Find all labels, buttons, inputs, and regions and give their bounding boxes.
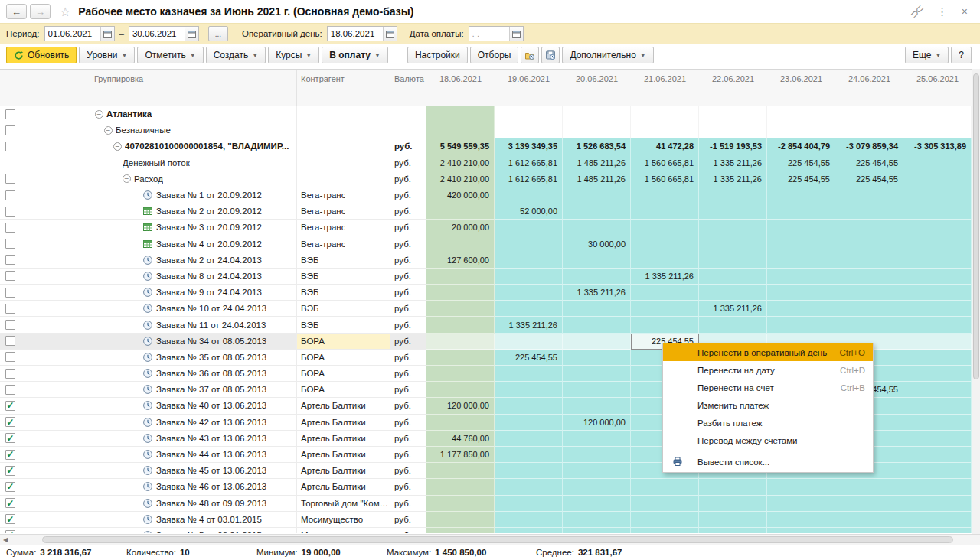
disk-clock-button[interactable] — [541, 47, 560, 63]
checkbox-unchecked[interactable] — [5, 320, 15, 330]
forward-button[interactable]: → — [30, 4, 51, 19]
amount-cell[interactable] — [631, 512, 699, 528]
amount-cell[interactable] — [495, 334, 563, 350]
amount-cell[interactable] — [426, 301, 495, 317]
group-cell[interactable]: −40702810100000001854, "ВЛАДИМИР... — [90, 138, 297, 155]
amount-cell[interactable] — [495, 528, 563, 533]
group-cell[interactable]: Заявка № 2 от 20.09.2012 — [90, 203, 297, 220]
checkbox-unchecked[interactable] — [5, 369, 15, 379]
header-group[interactable]: Группировка — [90, 70, 297, 106]
toolbar-button-отметить[interactable]: Отметить▼ — [137, 47, 203, 63]
amount-cell[interactable] — [426, 106, 495, 122]
amount-cell[interactable] — [426, 479, 495, 495]
counterparty-cell[interactable]: БОРА — [297, 334, 390, 350]
get-link-icon[interactable]: ⊃⊂ — [908, 3, 925, 20]
amount-cell[interactable] — [699, 236, 767, 252]
checkbox-unchecked[interactable] — [5, 385, 15, 395]
amount-cell[interactable] — [699, 106, 767, 122]
group-cell[interactable]: Денежный поток — [90, 155, 297, 171]
amount-cell[interactable] — [767, 220, 835, 236]
toolbar-button-уровни[interactable]: Уровни▼ — [79, 47, 135, 63]
amount-cell[interactable] — [903, 382, 972, 398]
amount-cell[interactable] — [767, 512, 835, 528]
amount-cell[interactable] — [426, 203, 495, 220]
amount-cell[interactable] — [631, 317, 699, 333]
amount-cell[interactable] — [767, 301, 835, 317]
amount-cell[interactable] — [903, 301, 972, 317]
amount-cell[interactable] — [426, 415, 495, 431]
group-cell[interactable]: Заявка № 35 от 08.05.2013 — [90, 350, 297, 366]
table-row[interactable]: Заявка № 10 от 24.04.2013ВЭБруб.1 335 21… — [0, 301, 972, 317]
amount-cell[interactable] — [563, 366, 631, 382]
table-row[interactable]: ✓Заявка № 46 от 13.06.2013Артель Балтики… — [0, 479, 972, 495]
checkbox-unchecked[interactable] — [5, 271, 15, 281]
amount-cell[interactable] — [903, 431, 972, 447]
amount-cell[interactable] — [903, 463, 972, 479]
amount-cell[interactable] — [767, 317, 835, 333]
back-button[interactable]: ← — [6, 4, 27, 19]
amount-cell[interactable] — [699, 528, 767, 533]
toolbar-button-обновить[interactable]: Обновить — [6, 47, 77, 63]
counterparty-cell[interactable]: Артель Балтики — [297, 431, 390, 447]
group-cell[interactable]: Заявка № 46 от 13.06.2013 — [90, 479, 297, 495]
amount-cell[interactable] — [495, 479, 563, 495]
amount-cell[interactable]: 127 600,00 — [426, 252, 495, 269]
amount-cell[interactable] — [903, 187, 972, 203]
amount-cell[interactable] — [426, 382, 495, 398]
menu-item-перенести-на-счет[interactable]: Перенести на счетCtrl+B — [663, 379, 873, 396]
amount-cell[interactable] — [767, 122, 835, 138]
checkbox-checked[interactable]: ✓ — [5, 433, 15, 443]
amount-cell[interactable] — [495, 220, 563, 236]
group-cell[interactable]: Заявка № 44 от 13.06.2013 — [90, 447, 297, 463]
counterparty-cell[interactable]: Вега-транс — [297, 187, 390, 203]
amount-cell[interactable]: 2 410 210,00 — [426, 171, 495, 187]
amount-cell[interactable] — [767, 106, 835, 122]
checkbox-unchecked[interactable] — [5, 239, 15, 249]
amount-cell[interactable] — [903, 106, 972, 122]
amount-cell[interactable] — [767, 269, 835, 285]
group-cell[interactable]: Заявка № 43 от 13.06.2013 — [90, 431, 297, 447]
amount-cell[interactable] — [835, 269, 903, 285]
favorite-star-icon[interactable]: ☆ — [60, 5, 70, 19]
close-icon[interactable]: × — [962, 6, 968, 17]
amount-cell[interactable]: 420 000,00 — [426, 187, 495, 203]
amount-cell[interactable]: 225 454,55 — [767, 171, 835, 187]
counterparty-cell[interactable]: Вега-транс — [297, 220, 390, 236]
group-cell[interactable]: Заявка № 1 от 20.09.2012 — [90, 187, 297, 203]
amount-cell[interactable] — [631, 236, 699, 252]
group-cell[interactable]: Заявка № 42 от 13.06.2013 — [90, 415, 297, 431]
table-row[interactable]: Заявка № 8 от 24.04.2013ВЭБруб.1 335 211… — [0, 269, 972, 285]
checkbox-unchecked[interactable] — [5, 142, 15, 151]
table-row[interactable]: −Расходруб.2 410 210,001 612 665,811 485… — [0, 171, 972, 187]
counterparty-cell[interactable] — [297, 122, 390, 138]
group-cell[interactable]: Заявка № 11 от 24.04.2013 — [90, 317, 297, 333]
amount-cell[interactable]: -225 454,55 — [835, 155, 903, 171]
amount-cell[interactable] — [835, 301, 903, 317]
amount-cell[interactable] — [631, 203, 699, 220]
counterparty-cell[interactable]: ВЭБ — [297, 269, 390, 285]
period-from-input[interactable] — [45, 27, 100, 41]
calendar-icon[interactable] — [100, 27, 114, 41]
amount-cell[interactable] — [426, 334, 495, 350]
amount-cell[interactable] — [495, 106, 563, 122]
group-cell[interactable]: Заявка № 4 от 20.09.2012 — [90, 236, 297, 252]
amount-cell[interactable] — [563, 252, 631, 269]
amount-cell[interactable]: -1 612 665,81 — [495, 155, 563, 171]
amount-cell[interactable] — [563, 317, 631, 333]
vertical-scrollbar[interactable] — [972, 69, 980, 534]
table-row[interactable]: Заявка № 9 от 24.04.2013ВЭБруб.1 335 211… — [0, 285, 972, 301]
group-cell[interactable]: Заявка № 10 от 24.04.2013 — [90, 301, 297, 317]
group-cell[interactable]: −Безналичные — [90, 122, 297, 138]
toolbar-button-дополнительно[interactable]: Дополнительно▼ — [562, 47, 653, 63]
amount-cell[interactable] — [767, 203, 835, 220]
collapse-icon[interactable]: − — [122, 174, 131, 183]
group-cell[interactable]: Заявка № 3 от 20.09.2012 — [90, 220, 297, 236]
amount-cell[interactable] — [563, 528, 631, 533]
amount-cell[interactable] — [495, 269, 563, 285]
amount-cell[interactable]: 5 549 559,35 — [426, 138, 495, 155]
amount-cell[interactable]: -3 305 313,89 — [903, 138, 972, 155]
amount-cell[interactable]: 30 000,00 — [563, 236, 631, 252]
toolbar-button-help[interactable]: ? — [951, 47, 972, 63]
amount-cell[interactable] — [495, 463, 563, 479]
checkbox-checked[interactable]: ✓ — [5, 514, 15, 524]
